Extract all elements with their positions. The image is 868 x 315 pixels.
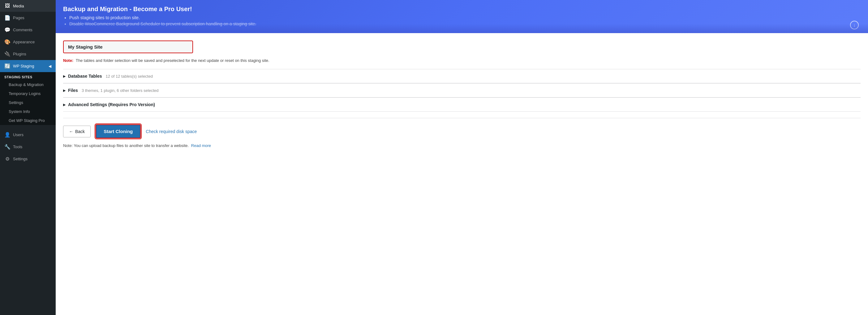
sidebar-item-tools[interactable]: 🔧 Tools xyxy=(0,141,56,153)
start-cloning-button[interactable]: Start Cloning xyxy=(96,124,141,138)
database-tables-title: Database Tables xyxy=(68,74,102,78)
sidebar-submenu-item-system-info[interactable]: System Info xyxy=(0,107,56,116)
media-icon: 🖼 xyxy=(4,3,10,9)
sidebar-label-tools: Tools xyxy=(13,145,22,149)
check-disk-label: Check required disk space xyxy=(146,129,197,134)
sidebar-item-plugins[interactable]: 🔌 Plugins xyxy=(0,48,56,60)
staging-site-name-input[interactable] xyxy=(64,41,192,53)
sidebar-item-settings[interactable]: ⚙ Settings xyxy=(0,153,56,165)
advanced-settings-title: Advanced Settings (Requires Pro Version) xyxy=(68,102,155,107)
appearance-icon: 🎨 xyxy=(4,39,10,45)
sidebar-label-settings: Settings xyxy=(13,157,28,161)
sidebar-submenu-item-get-pro[interactable]: Get WP Staging Pro xyxy=(0,116,56,125)
sidebar-label-comments: Comments xyxy=(13,28,32,32)
note-label: Note: xyxy=(63,58,73,63)
back-button[interactable]: ← Back xyxy=(63,126,91,137)
sidebar-label-users: Users xyxy=(13,132,24,137)
files-section[interactable]: ▶ Files 3 themes, 1 plugin, 6 other fold… xyxy=(63,83,861,97)
promo-title: Backup and Migration - Become a Pro User… xyxy=(63,6,861,13)
promo-banner: Backup and Migration - Become a Pro User… xyxy=(56,0,868,33)
fade-overlay xyxy=(56,24,868,33)
database-tables-arrow-icon: ▶ xyxy=(63,74,66,78)
users-icon: 👤 xyxy=(4,132,10,138)
check-disk-space-link[interactable]: Check required disk space xyxy=(146,129,197,134)
start-cloning-label: Start Cloning xyxy=(104,129,133,134)
sidebar-item-media[interactable]: 🖼 Media xyxy=(0,0,56,12)
content-area: Note: The tables and folder selection wi… xyxy=(56,33,868,315)
action-row: ← Back Start Cloning Check required disk… xyxy=(63,118,861,138)
sidebar-submenu-staging: Staging Sites Backup & Migration Tempora… xyxy=(0,72,56,125)
files-arrow-icon: ▶ xyxy=(63,89,66,93)
settings-icon: ⚙ xyxy=(4,156,10,162)
submenu-label-system-info: System Info xyxy=(9,109,30,114)
sidebar-submenu-item-temporary-logins[interactable]: Temporary Logins xyxy=(0,89,56,98)
plugins-icon: 🔌 xyxy=(4,51,10,57)
sidebar-item-pages[interactable]: 📄 Pages xyxy=(0,12,56,24)
collapse-arrow-icon: ◀ xyxy=(49,64,51,68)
sidebar-submenu-item-backup-migration[interactable]: Backup & Migration xyxy=(0,80,56,89)
files-title: Files xyxy=(68,88,78,93)
read-more-label: Read more xyxy=(191,143,211,148)
tools-icon: 🔧 xyxy=(4,144,10,150)
note-paragraph: Note: The tables and folder selection wi… xyxy=(63,58,280,63)
bottom-note: Note: You can upload backup files to ano… xyxy=(63,143,861,148)
sidebar: 🖼 Media 📄 Pages 💬 Comments 🎨 Appearance … xyxy=(0,0,56,315)
sidebar-label-appearance: Appearance xyxy=(13,40,35,44)
sidebar-label-media: Media xyxy=(13,4,24,8)
submenu-label-settings: Settings xyxy=(9,100,23,105)
advanced-settings-arrow-icon: ▶ xyxy=(63,103,66,107)
sidebar-item-users[interactable]: 👤 Users xyxy=(0,129,56,141)
bottom-note-text: Note: You can upload backup files to ano… xyxy=(63,143,189,148)
sidebar-item-comments[interactable]: 💬 Comments xyxy=(0,24,56,36)
wp-staging-icon: 🔄 xyxy=(4,63,10,69)
sidebar-submenu-item-settings[interactable]: Settings xyxy=(0,98,56,107)
staging-site-input-wrapper xyxy=(63,40,193,53)
database-tables-section[interactable]: ▶ Database Tables 12 of 12 tables(s) sel… xyxy=(63,69,861,83)
submenu-label-backup-migration: Backup & Migration xyxy=(9,82,43,87)
promo-bullet-1: Push staging sites to production site. xyxy=(69,15,861,20)
advanced-settings-section[interactable]: ▶ Advanced Settings (Requires Pro Versio… xyxy=(63,97,861,112)
read-more-link[interactable]: Read more xyxy=(191,143,211,148)
sidebar-item-wp-staging[interactable]: 🔄 WP Staging ◀ xyxy=(0,60,56,72)
back-button-label: Back xyxy=(75,129,85,134)
note-body: The tables and folder selection will be … xyxy=(76,58,270,63)
comments-icon: 💬 xyxy=(4,27,10,33)
pages-icon: 📄 xyxy=(4,15,10,21)
database-tables-meta: 12 of 12 tables(s) selected xyxy=(105,74,153,78)
sidebar-item-appearance[interactable]: 🎨 Appearance xyxy=(0,36,56,48)
sidebar-label-pages: Pages xyxy=(13,15,25,20)
divider-3 xyxy=(63,112,861,112)
files-meta: 3 themes, 1 plugin, 6 other folders sele… xyxy=(82,88,159,93)
sidebar-label-wp-staging: WP Staging xyxy=(13,64,34,68)
back-arrow-icon: ← xyxy=(69,129,73,134)
staging-section-header: Staging Sites xyxy=(0,72,56,80)
sidebar-label-plugins: Plugins xyxy=(13,52,26,56)
main-content: Backup and Migration - Become a Pro User… xyxy=(56,0,868,315)
submenu-label-temporary-logins: Temporary Logins xyxy=(9,91,40,96)
submenu-label-get-pro: Get WP Staging Pro xyxy=(9,118,45,123)
